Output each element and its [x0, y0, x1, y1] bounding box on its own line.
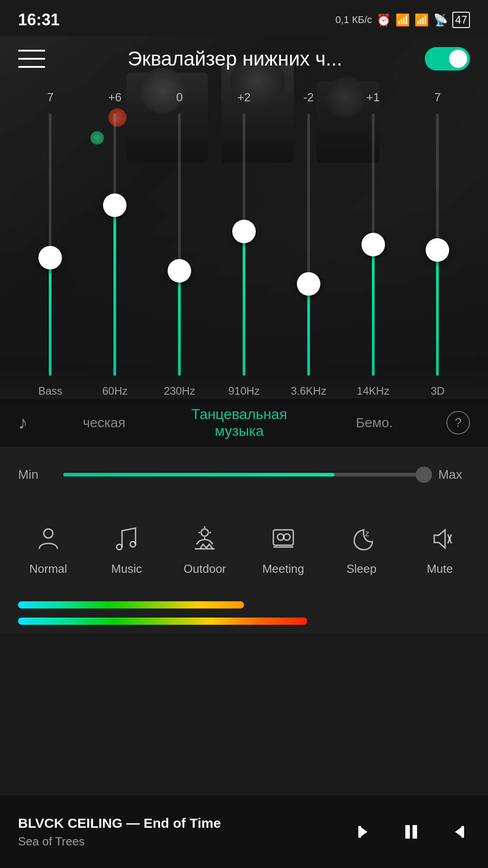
eq-value-60hz: +6 — [88, 90, 142, 104]
page-title: Эквалайзер нижних ч... — [45, 47, 425, 70]
music-icon — [111, 523, 142, 555]
eq-label-bass: Bass — [25, 385, 75, 397]
eq-slider-36khz[interactable] — [284, 113, 333, 376]
now-playing-bar: BLVCK CEILING — End of Time Sea of Trees — [0, 796, 488, 868]
status-right: 0,1 КБ/с ⏰ 📶 📶 📡 47 — [335, 12, 470, 28]
eq-label-910hz: 910Hz — [219, 385, 269, 397]
svg-rect-17 — [413, 825, 417, 839]
color-bar-1 — [18, 601, 244, 609]
mode-sleep-label: Sleep — [347, 562, 377, 576]
mode-normal-label: Normal — [29, 562, 67, 576]
sound-modes: Normal Music Outdoor — [0, 502, 488, 592]
svg-rect-16 — [405, 825, 410, 839]
eq-label-36khz: 3.6KHz — [284, 385, 333, 397]
track-artist: Sea of Trees — [18, 835, 352, 849]
mute-icon — [424, 523, 455, 555]
eq-value-36khz: -2 — [282, 90, 336, 104]
status-time: 16:31 — [18, 10, 60, 29]
eq-value-230hz: 0 — [152, 90, 206, 104]
eq-slider-3d[interactable] — [413, 113, 462, 376]
mode-normal[interactable]: Normal — [17, 523, 80, 576]
eq-sliders — [14, 113, 474, 376]
eq-labels-row: Bass 60Hz 230Hz 910Hz 3.6KHz 14KHz 3D — [14, 376, 474, 397]
wifi-icon: 📡 — [433, 13, 448, 27]
mode-meeting-label: Meeting — [262, 562, 304, 576]
music-note-icon: ♪ — [18, 412, 28, 434]
svg-point-9 — [277, 534, 284, 540]
volume-min-label: Min — [18, 467, 50, 482]
sleep-icon: z — [346, 523, 377, 555]
eq-slider-bass[interactable] — [25, 113, 75, 376]
playback-controls — [352, 818, 470, 845]
battery-indicator: 47 — [452, 12, 470, 28]
mode-meeting[interactable]: Meeting — [252, 523, 315, 576]
meeting-icon — [267, 523, 299, 555]
svg-point-1 — [117, 544, 122, 550]
data-speed: 0,1 КБ/с — [335, 14, 372, 26]
eq-slider-230hz[interactable] — [155, 113, 204, 376]
mode-music[interactable]: Music — [95, 523, 158, 576]
svg-point-2 — [130, 542, 136, 547]
eq-label-60hz: 60Hz — [90, 385, 140, 397]
track-title: BLVCK CEILING — End of Time — [18, 816, 352, 831]
help-button[interactable]: ? — [446, 411, 470, 434]
eq-label-3d: 3D — [413, 385, 462, 397]
eq-label-230hz: 230Hz — [155, 385, 204, 397]
signal-icon-1: 📶 — [395, 13, 410, 27]
preset-selector: ♪ ческая Танцевальная музыка Бемо. ? — [0, 398, 488, 448]
eq-slider-60hz[interactable] — [90, 113, 140, 376]
preset-dance[interactable]: Танцевальная музыка — [176, 406, 302, 439]
preset-classical[interactable]: ческая — [41, 415, 167, 430]
eq-values-row: 7 +6 0 +2 -2 +1 7 — [14, 90, 474, 104]
svg-point-0 — [44, 529, 53, 538]
color-bar-2 — [18, 618, 307, 625]
menu-button[interactable] — [18, 50, 45, 68]
mode-music-label: Music — [111, 562, 142, 576]
svg-point-3 — [201, 529, 208, 536]
color-bars — [0, 592, 488, 634]
eq-slider-910hz[interactable] — [219, 113, 269, 376]
eq-value-910hz: +2 — [217, 90, 271, 104]
svg-rect-19 — [461, 826, 464, 838]
mode-sleep[interactable]: z Sleep — [330, 523, 393, 576]
person-icon — [33, 523, 64, 555]
eq-value-14khz: +1 — [346, 90, 400, 104]
mode-outdoor[interactable]: Outdoor — [173, 523, 236, 576]
prev-button[interactable] — [352, 818, 380, 845]
outdoor-icon — [189, 523, 221, 555]
svg-rect-15 — [358, 826, 361, 838]
volume-slider[interactable] — [63, 473, 425, 476]
volume-max-label: Max — [438, 467, 470, 482]
eq-value-3d: 7 — [410, 90, 465, 104]
track-info: BLVCK CEILING — End of Time Sea of Trees — [18, 816, 352, 849]
signal-icon-2: 📶 — [414, 13, 429, 27]
eq-label-14khz: 14KHz — [348, 385, 398, 397]
mode-outdoor-label: Outdoor — [183, 562, 226, 576]
next-button[interactable] — [443, 818, 470, 845]
volume-knob[interactable] — [416, 467, 432, 483]
mode-mute-label: Mute — [427, 562, 453, 576]
mode-mute[interactable]: Mute — [408, 523, 471, 576]
eq-slider-14khz[interactable] — [348, 113, 398, 376]
equalizer-toggle[interactable] — [425, 47, 470, 71]
volume-section: Min Max — [0, 448, 488, 502]
svg-point-10 — [284, 534, 290, 540]
svg-text:z: z — [365, 529, 369, 538]
preset-flat[interactable]: Бемо. — [311, 415, 437, 430]
eq-value-bass: 7 — [23, 90, 77, 104]
pause-button[interactable] — [398, 818, 425, 845]
alarm-icon: ⏰ — [376, 13, 391, 27]
